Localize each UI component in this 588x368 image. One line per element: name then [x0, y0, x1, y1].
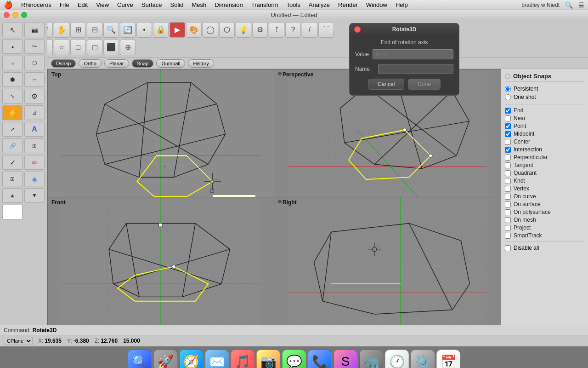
gumball-toggle[interactable]: Gumball: [156, 59, 185, 68]
done-button[interactable]: Done: [408, 79, 441, 90]
menu-file[interactable]: File: [60, 1, 69, 8]
viewport-front[interactable]: Front: [48, 197, 274, 325]
mesh-sidebar[interactable]: ⬢: [2, 72, 23, 87]
pencil-sidebar[interactable]: ✏: [24, 155, 45, 170]
menu-window[interactable]: Window: [366, 1, 387, 8]
snap-checkbox-on-surface[interactable]: [505, 201, 511, 207]
extrude-tool[interactable]: ⬛: [103, 40, 119, 55]
pan-tool[interactable]: ✋: [54, 22, 69, 38]
snap-checkbox-on-mesh[interactable]: [505, 217, 511, 223]
dock-mail[interactable]: ✉️: [205, 350, 229, 368]
grid-sidebar[interactable]: ⊞: [2, 172, 23, 186]
dock-skype[interactable]: 📞: [308, 350, 332, 368]
dock-calendar[interactable]: 📅: [436, 350, 460, 368]
triangle-up[interactable]: ▲: [2, 188, 23, 203]
snap-checkbox-center[interactable]: [505, 139, 511, 145]
menu-view[interactable]: View: [96, 1, 109, 8]
history-toggle[interactable]: History: [188, 59, 214, 68]
maximize-button[interactable]: [21, 12, 27, 18]
triangle-down[interactable]: ▼: [24, 188, 45, 203]
snap-checkbox-knot[interactable]: [505, 178, 511, 184]
solid-sidebar[interactable]: ⬡: [24, 56, 45, 70]
dock-settings[interactable]: ⚙️: [411, 350, 435, 368]
disable-all-checkbox[interactable]: [505, 245, 511, 251]
snap-checkbox-intersection[interactable]: [505, 147, 511, 153]
dock-launchpad[interactable]: 🚀: [153, 350, 177, 368]
osnap-toggle[interactable]: Osnap: [51, 59, 76, 68]
color-wheel[interactable]: 🎨: [186, 22, 202, 38]
point-sidebar[interactable]: ⬥: [2, 39, 23, 54]
menu-dimension[interactable]: Dimension: [215, 1, 243, 8]
rotate-view[interactable]: 🔄: [120, 22, 136, 38]
dialog-close-button[interactable]: ×: [354, 26, 361, 33]
sphere-tool[interactable]: ◯: [203, 22, 218, 38]
snap-checkbox-end[interactable]: [505, 108, 511, 114]
cancel-button[interactable]: Cancel: [368, 79, 404, 90]
apple-menu[interactable]: 🍎: [4, 0, 13, 9]
help-tool[interactable]: ?: [285, 22, 301, 38]
snap-checkbox-perpendicular[interactable]: [505, 155, 511, 161]
layout-sidebar[interactable]: ⊞: [24, 138, 45, 153]
menu-transform[interactable]: Transform: [251, 1, 278, 8]
snap-sidebar[interactable]: ⊿: [24, 105, 45, 120]
lock-tool[interactable]: 🔒: [153, 22, 169, 38]
dock-safari[interactable]: 🧭: [179, 350, 203, 368]
viewport-right[interactable]: Right: [274, 197, 501, 325]
point-tool[interactable]: •: [136, 22, 152, 38]
menu-analyze[interactable]: Analyze: [309, 1, 330, 8]
close-button[interactable]: [4, 12, 10, 18]
boolean-tool[interactable]: ⊕: [120, 40, 136, 55]
snap-checkbox-midpoint[interactable]: [505, 131, 511, 137]
line-tool[interactable]: /: [302, 22, 317, 38]
export-tool[interactable]: ⤴: [269, 22, 284, 38]
polyline-tool[interactable]: ⌒: [318, 22, 334, 38]
snap-checkbox-quadrant[interactable]: [505, 170, 511, 176]
dimension-sidebar[interactable]: ↔: [24, 72, 45, 87]
snap-toggle[interactable]: Snap: [132, 59, 154, 68]
name-input[interactable]: [378, 64, 453, 74]
viewport-top[interactable]: Top: [48, 69, 274, 197]
snap-checkbox-point[interactable]: [505, 123, 511, 129]
menu-surface[interactable]: Surface: [141, 1, 162, 8]
dock-photos[interactable]: 📷: [256, 350, 280, 368]
lightning-sidebar[interactable]: ⚡: [2, 105, 23, 120]
rectangle-tool[interactable]: □: [70, 40, 86, 55]
snap-checkbox-on-curve[interactable]: [505, 194, 511, 200]
menu-mesh[interactable]: Mesh: [192, 1, 207, 8]
value-input[interactable]: [373, 49, 453, 59]
check-sidebar[interactable]: ✓: [2, 155, 23, 170]
menu-render[interactable]: Render: [338, 1, 358, 8]
text-sidebar[interactable]: A: [24, 122, 45, 137]
circle-tool[interactable]: ○: [54, 40, 69, 55]
snap-checkbox-tangent[interactable]: [505, 162, 511, 168]
material-tool[interactable]: ▶: [170, 22, 185, 38]
snap-checkbox-smarttrack[interactable]: [505, 233, 511, 239]
select-objects[interactable]: ↖: [2, 23, 23, 37]
oneshot-radio[interactable]: [505, 94, 511, 100]
planar-toggle[interactable]: Planar: [104, 59, 129, 68]
menu-solid[interactable]: Solid: [170, 1, 184, 8]
menu-edit[interactable]: Edit: [78, 1, 88, 8]
curve-sidebar[interactable]: 〜: [24, 39, 45, 54]
dock-messages[interactable]: 💬: [282, 350, 306, 368]
menu-help[interactable]: Help: [396, 1, 408, 8]
menu-curve[interactable]: Curve: [117, 1, 133, 8]
gears-sidebar[interactable]: ⚙: [24, 89, 45, 104]
dock-clock[interactable]: 🕐: [385, 350, 409, 368]
dock-finder[interactable]: 🔍: [128, 350, 152, 368]
block-sidebar[interactable]: 🔗: [2, 138, 23, 153]
menu-rhinoceros[interactable]: Rhinoceros: [21, 1, 51, 8]
dock-music[interactable]: 🎵: [231, 350, 254, 368]
surface-tool[interactable]: ◻: [87, 40, 102, 55]
dock-rhino[interactable]: 🦏: [359, 350, 383, 368]
snap-checkbox-on-polysurface[interactable]: [505, 209, 511, 215]
snap-checkbox-project[interactable]: [505, 225, 511, 231]
transform-sidebar[interactable]: ⤡: [2, 89, 23, 104]
white-square[interactable]: [2, 205, 23, 219]
surface-sidebar[interactable]: ⬦: [2, 56, 23, 70]
menu-tools[interactable]: Tools: [286, 1, 300, 8]
cplane-selector[interactable]: CPlane: [4, 337, 33, 345]
dock-slack[interactable]: S: [334, 350, 357, 368]
minimize-button[interactable]: [12, 12, 18, 18]
persistent-radio[interactable]: [505, 86, 511, 92]
